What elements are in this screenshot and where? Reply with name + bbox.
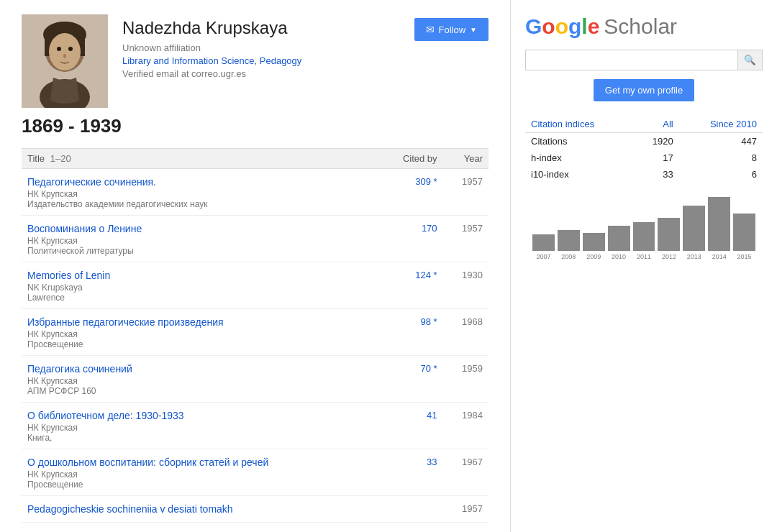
cited-by-cell: 124 * [378, 262, 443, 309]
logo-l: l [581, 14, 587, 38]
chart-bar [708, 197, 730, 251]
cited-by-link[interactable]: 41 [427, 410, 437, 421]
paper-publisher: Просвещение [27, 480, 373, 490]
year-cell: 1967 [443, 449, 489, 496]
table-row: Pedagogicheskie sochineniia v desiati to… [22, 496, 489, 523]
year-cell: 1957 [443, 216, 489, 262]
cited-by-cell: 309 * [378, 169, 443, 216]
paper-title-link[interactable]: О библиотечном деле: 1930-1933 [27, 410, 184, 421]
paper-title-link[interactable]: О дошкольном воспитании: сборник статей … [27, 457, 268, 468]
cited-by-link[interactable]: 170 [422, 223, 437, 234]
right-panel: Google Scholar 🔍 Get my own profile Cita… [511, 0, 777, 532]
papers-tbody: Педагогические сочинения.НК КрупскаяИзда… [22, 169, 489, 523]
table-row: Избранные педагогические произведенияНК … [22, 309, 489, 356]
cited-by-link[interactable]: 70 [420, 363, 430, 374]
paper-title: Избранные педагогические произведения [27, 316, 373, 328]
mail-icon: ✉ [426, 24, 435, 35]
chart-bar [532, 234, 555, 251]
get-profile-button[interactable]: Get my own profile [594, 79, 694, 101]
paper-title-link[interactable]: Воспоминания о Ленине [27, 223, 142, 234]
year-cell: 1957 [443, 496, 489, 523]
interests-link[interactable]: Library and Information Science, Pedagog… [122, 55, 301, 66]
chart-label: 2012 [658, 253, 680, 260]
chart-label: 2008 [558, 253, 580, 260]
profile-affiliation: Unknown affiliation [122, 42, 414, 53]
paper-title-link[interactable]: Memories of Lenin [27, 270, 110, 281]
cited-by-link[interactable]: 33 [427, 457, 437, 467]
star-marker: * [431, 316, 437, 327]
paper-publisher: Издательство академии педагогических нау… [27, 199, 373, 209]
paper-authors: NK Krupskaya [27, 283, 373, 293]
google-logo-text: Google [525, 14, 599, 39]
table-row: О библиотечном деле: 1930-1933НК Крупска… [22, 403, 489, 449]
birth-years: 1869 - 1939 [22, 115, 489, 137]
chart-label: 2011 [633, 253, 655, 260]
paper-title: Педагогика сочинений [27, 363, 373, 375]
google-scholar-logo: Google Scholar [525, 14, 763, 39]
paper-title-cell: Избранные педагогические произведенияНК … [22, 309, 378, 356]
chart-bar [658, 218, 680, 251]
scholar-logo-text: Scholar [604, 14, 677, 39]
metric-since2010: 8 [679, 150, 763, 166]
paper-title-cell: О дошкольном воспитании: сборник статей … [22, 449, 378, 496]
svg-point-5 [49, 33, 81, 70]
metric-since2010: 6 [679, 166, 763, 183]
year-cell: 1959 [443, 356, 489, 403]
papers-table: Title 1–20 Cited by Year Педагогические … [22, 148, 489, 523]
table-row: Педагогические сочинения.НК КрупскаяИзда… [22, 169, 489, 216]
star-marker: * [431, 270, 437, 280]
paper-authors: НК Крупская [27, 423, 373, 433]
metric-all: 17 [632, 150, 678, 166]
logo-o2: o [555, 14, 568, 38]
paper-title: О дошкольном воспитании: сборник статей … [27, 457, 373, 468]
paper-title-cell: Воспоминания о ЛенинеНК КрупскаяПолитиче… [22, 216, 378, 262]
chart-label: 2007 [532, 253, 555, 260]
svg-point-6 [57, 47, 61, 51]
paper-title-link[interactable]: Педагогика сочинений [27, 363, 132, 375]
chart-labels: 200720082009201020112012201320142015 [525, 251, 763, 260]
paper-title-link[interactable]: Педагогические сочинения. [27, 176, 156, 188]
follow-button[interactable]: ✉ Follow ▼ [414, 18, 489, 41]
profile-header: Nadezhda Krupskaya Unknown affiliation L… [22, 14, 489, 108]
avatar [22, 14, 108, 108]
paper-title: Memories of Lenin [27, 270, 373, 281]
chart-bar [633, 222, 655, 251]
search-button[interactable]: 🔍 [738, 50, 763, 70]
cited-by-cell: 170 [378, 216, 443, 262]
cited-by-cell [378, 496, 443, 523]
paper-authors: НК Крупская [27, 189, 373, 199]
metric-row: Citations1920447 [525, 133, 763, 150]
metric-label: i10-index [525, 166, 632, 183]
profile-email: Verified email at correo.ugr.es [122, 68, 414, 79]
since2010-col-header: Since 2010 [679, 116, 763, 133]
metric-label: h-index [525, 150, 632, 166]
paper-authors: НК Крупская [27, 469, 373, 480]
cited-by-link[interactable]: 98 [420, 316, 430, 327]
year-cell: 1984 [443, 403, 489, 449]
paper-title-cell: Memories of LeninNK KrupskayaLawrence [22, 262, 378, 309]
cited-by-link[interactable]: 309 [415, 176, 431, 187]
paper-publisher: Просвещение [27, 339, 373, 349]
paper-title-cell: Педагогика сочиненийНК КрупскаяАПМ РСФСР… [22, 356, 378, 403]
paper-title-link[interactable]: Избранные педагогические произведения [27, 316, 224, 328]
year-cell: 1968 [443, 309, 489, 356]
table-row: Педагогика сочиненийНК КрупскаяАПМ РСФСР… [22, 356, 489, 403]
follow-label: Follow [439, 24, 466, 35]
chart-label: 2009 [583, 253, 605, 260]
star-marker: * [431, 176, 437, 187]
table-row: Воспоминания о ЛенинеНК КрупскаяПолитиче… [22, 216, 489, 262]
paper-title: Воспоминания о Ленине [27, 223, 373, 234]
search-input[interactable] [525, 50, 738, 70]
chart-bar [608, 226, 630, 251]
cited-by-link[interactable]: 124 [415, 270, 431, 280]
metric-row: i10-index336 [525, 166, 763, 183]
paper-publisher: Lawrence [27, 293, 373, 303]
profile-interests: Library and Information Science, Pedagog… [122, 55, 414, 66]
paper-title-link[interactable]: Pedagogicheskie sochineniia v desiati to… [27, 503, 233, 515]
logo-o1: o [542, 14, 555, 38]
chart-bar [558, 230, 580, 251]
chart-bars [525, 193, 763, 251]
paper-title: Pedagogicheskie sochineniia v desiati to… [27, 503, 373, 515]
search-bar: 🔍 [525, 50, 763, 70]
left-panel: Nadezhda Krupskaya Unknown affiliation L… [0, 0, 511, 532]
